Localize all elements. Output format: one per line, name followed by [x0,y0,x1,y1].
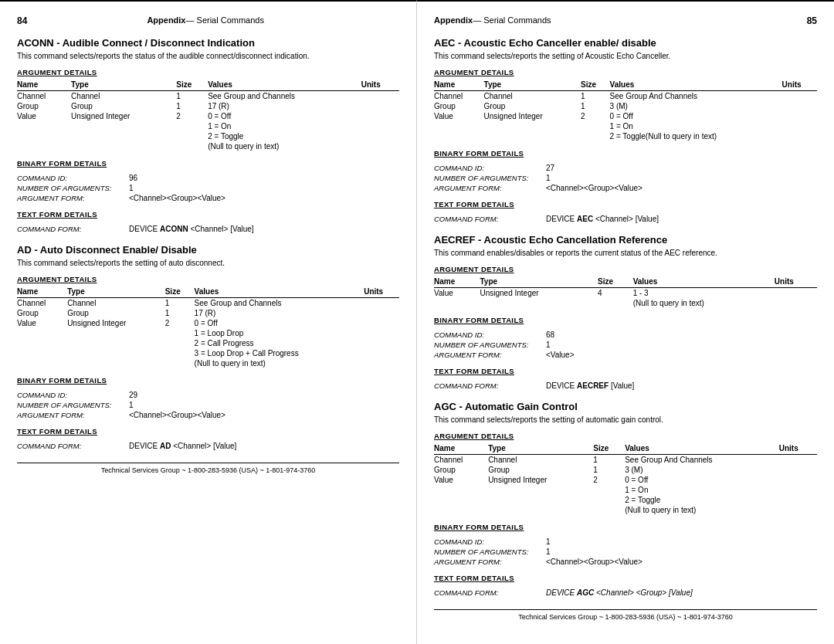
table-row: GroupGroup117 (R) [17,101,399,111]
right-page: Appendix— Serial Commands 85 AEC - Acous… [417,0,834,644]
cmd-id-label: COMMAND ID: [434,164,546,172]
aec-arg-table: Name Type Size Values Units ChannelChann… [434,80,817,141]
table-row: ChannelChannel1See Group And Channels [434,455,817,466]
cmd-id-label: COMMAND ID: [434,537,546,546]
col-name: Name [17,80,71,91]
table-row: ValueUnsigned Integer20 = Off [17,111,399,121]
aecref-binary-block: COMMAND ID:68 NUMBER OF ARGUMENTS:1 ARGU… [434,330,817,359]
num-args-label: NUMBER OF ARGUMENTS: [434,547,546,556]
right-footer: Technical Services Group ~ 1-800-283-593… [434,609,817,621]
aecref-text-label: TEXT FORM DETAILS [434,367,817,375]
aec-binary-block: COMMAND ID:27 NUMBER OF ARGUMENTS:1 ARGU… [434,164,817,192]
agc-arg-table: Name Type Size Values Units ChannelChann… [434,443,817,515]
agc-binary-label: BINARY FORM DETAILS [434,523,817,531]
agc-text-label: TEXT FORM DETAILS [434,574,817,582]
aec-text-block: COMMAND FORM:DEVICE AEC <Channel> [Value… [434,215,817,223]
table-row: GroupGroup117 (R) [17,308,399,318]
table-row: 2 = Toggle(Null to query in text) [434,131,817,141]
cmd-id-value: 29 [129,391,137,399]
col-type: Type [71,80,176,91]
col-type: Type [488,443,593,455]
cmd-form-value: DEVICE AECREF [Value] [546,381,634,390]
cmd-form-label: COMMAND FORM: [434,588,546,597]
table-row: ChannelChannel1See Group and Channels [17,298,399,309]
arg-form-value: <Channel><Group><Value> [129,194,225,202]
cmd-id-value: 1 [546,537,551,546]
aconn-arg-label: ARGUMENT DETAILS [17,68,399,76]
col-type: Type [480,276,598,288]
aec-title: AEC - Acoustic Echo Canceller enable/ di… [434,37,817,49]
table-row: ValueUnsigned Integer41 - 3 [434,288,817,299]
cmd-id-label: COMMAND ID: [17,391,129,399]
num-args-label: NUMBER OF ARGUMENTS: [434,174,546,182]
cmd-form-label: COMMAND FORM: [434,381,546,390]
num-args-label: NUMBER OF ARGUMENTS: [17,401,129,409]
arg-form-label: ARGUMENT FORM: [17,194,129,202]
aecref-section: AECREF - Acoustic Echo Cancellation Refe… [434,234,817,390]
cmd-form-value: DEVICE AD <Channel> [Value] [129,442,236,450]
table-row: (Null to query in text) [17,358,399,368]
arg-form-label: ARGUMENT FORM: [434,184,546,192]
table-row: ValueUnsigned Integer20 = Off [434,475,817,485]
right-header: Appendix— Serial Commands 85 [434,15,817,26]
col-values: Values [195,286,364,298]
table-row: 1 = Loop Drop [17,328,399,338]
left-header: 84 Appendix— Serial Commands [17,15,399,26]
aconn-arg-table: Name Type Size Values Units ChannelChann… [17,80,399,151]
aecref-title: AECREF - Acoustic Echo Cancellation Refe… [434,234,817,246]
num-args-label: NUMBER OF ARGUMENTS: [434,341,546,349]
agc-text-block: COMMAND FORM:DEVICE AGC <Channel> <Group… [434,588,817,597]
table-row: (Null to query in text) [434,505,817,515]
ad-binary-label: BINARY FORM DETAILS [17,376,399,385]
aconn-text-block: COMMAND FORM:DEVICE ACONN <Channel> [Val… [17,225,399,233]
aec-binary-label: BINARY FORM DETAILS [434,149,817,158]
aec-text-label: TEXT FORM DETAILS [434,200,817,208]
cmd-form-label: COMMAND FORM: [434,215,546,223]
agc-title: AGC - Automatic Gain Control [434,401,817,412]
cmd-id-value: 27 [546,164,554,172]
aec-arg-label: ARGUMENT DETAILS [434,68,817,76]
cmd-form-label: COMMAND FORM: [17,442,129,450]
table-row: 1 = On [17,121,399,131]
col-type: Type [484,80,581,91]
col-units: Units [779,443,817,455]
col-name: Name [434,276,480,288]
col-name: Name [434,443,488,455]
table-row: ChannelChannel1See Group And Channels [434,91,817,102]
aconn-text-label: TEXT FORM DETAILS [17,210,399,219]
agc-section: AGC - Automatic Gain Control This comman… [434,401,817,597]
ad-title: AD - Auto Disconnect Enable/ Disable [17,244,399,256]
col-units: Units [361,80,399,91]
aconn-binary-label: BINARY FORM DETAILS [17,159,399,168]
table-row: (Null to query in text) [434,298,817,308]
col-size: Size [581,80,610,91]
col-values: Values [208,80,361,91]
num-args-value: 1 [129,184,134,192]
aconn-section: ACONN - Audible Connect / Disconnect Ind… [17,37,399,233]
col-units: Units [775,276,817,288]
aecref-text-block: COMMAND FORM:DEVICE AECREF [Value] [434,381,817,390]
right-header-title: Appendix— Serial Commands [434,15,807,25]
table-row: 1 = On [434,485,817,495]
agc-desc: This command selects/reports the setting… [434,415,817,424]
left-footer: Technical Services Group ~ 1-800-283-593… [17,463,399,474]
cmd-form-value: DEVICE ACONN <Channel> [Value] [129,225,254,233]
left-header-title: Appendix— Serial Commands [27,15,384,25]
ad-arg-label: ARGUMENT DETAILS [17,275,399,283]
ad-text-block: COMMAND FORM:DEVICE AD <Channel> [Value] [17,442,399,450]
col-size: Size [593,443,625,455]
cmd-form-label: COMMAND FORM: [17,225,129,233]
col-size: Size [598,276,633,288]
num-args-value: 1 [546,341,551,349]
arg-form-value: <Channel><Group><Value> [129,411,225,419]
cmd-id-value: 96 [129,174,137,182]
aconn-desc: This command selects/reports the status … [17,52,399,60]
col-values: Values [610,80,782,91]
table-row: ValueUnsigned Integer20 = Off [434,111,817,121]
ad-text-label: TEXT FORM DETAILS [17,427,399,436]
cmd-form-value: DEVICE AGC <Channel> <Group> [Value] [546,588,693,597]
aconn-title: ACONN - Audible Connect / Disconnect Ind… [17,37,399,49]
table-row: 1 = On [434,121,817,131]
ad-arg-table: Name Type Size Values Units ChannelChann… [17,286,399,368]
table-row: 3 = Loop Drop + Call Progress [17,348,399,358]
